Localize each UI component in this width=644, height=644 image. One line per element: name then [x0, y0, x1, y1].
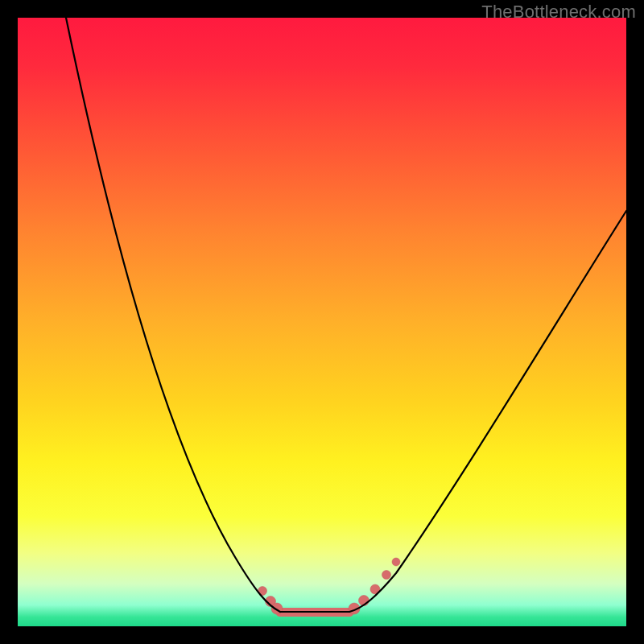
bottleneck-curve-segment — [66, 18, 280, 612]
marker-dot — [382, 571, 391, 580]
curve-group — [66, 18, 626, 612]
bottleneck-curve-segment — [349, 211, 626, 612]
watermark-text: TheBottleneck.com — [481, 2, 636, 23]
plot-area — [18, 18, 626, 626]
chart-overlay — [18, 18, 626, 626]
marker-dot — [392, 558, 400, 566]
marker-group — [258, 558, 401, 614]
outer-frame: TheBottleneck.com — [0, 0, 644, 644]
